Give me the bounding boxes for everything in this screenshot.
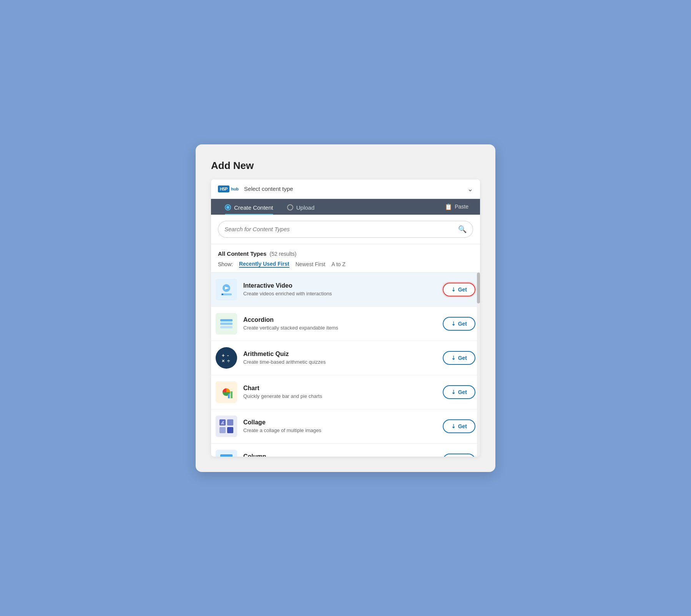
svg-rect-8 <box>220 326 233 328</box>
tab-row: Create Content Upload 📋 Paste <box>211 199 480 215</box>
list-item: Accordion Create vertically stacked expa… <box>211 307 480 341</box>
download-icon: ⇣ <box>451 286 456 293</box>
content-name: Interactive Video <box>243 282 437 289</box>
svg-rect-7 <box>220 323 233 325</box>
sort-a-to-z[interactable]: A to Z <box>331 261 346 267</box>
content-list-area: All Content Types (52 results) Show: Rec… <box>211 244 480 268</box>
content-info: Accordion Create vertically stacked expa… <box>243 316 437 331</box>
content-info: Chart Quickly generate bar and pie chart… <box>243 385 437 399</box>
svg-rect-20 <box>219 427 226 433</box>
content-name: Column <box>243 453 437 457</box>
paste-label: Paste <box>455 204 468 210</box>
content-desc: Create vertically stacked expandable ite… <box>243 325 437 331</box>
content-info: Collage Create a collage of multiple ima… <box>243 419 437 433</box>
scrollbar-thumb[interactable] <box>477 273 480 303</box>
hub-header: H5P hub Select content type ⌄ <box>211 179 480 199</box>
svg-rect-25 <box>220 454 233 457</box>
list-item: Column Organize H5P content into a colum… <box>211 444 480 457</box>
svg-rect-15 <box>228 394 230 398</box>
svg-point-4 <box>222 293 223 295</box>
hub-sub-text: hub <box>231 187 239 191</box>
tab-create-content[interactable]: Create Content <box>218 199 280 215</box>
get-button-accordion[interactable]: ⇣ Get <box>443 317 475 331</box>
sort-newest-first[interactable]: Newest First <box>296 261 326 267</box>
search-input[interactable] <box>224 226 454 232</box>
sort-recently-used[interactable]: Recently Used First <box>239 261 289 268</box>
svg-rect-19 <box>227 419 233 426</box>
svg-text:-: - <box>227 353 229 358</box>
hub-logo: H5P hub <box>218 185 239 192</box>
svg-point-23 <box>223 421 224 422</box>
list-item: Collage Create a collage of multiple ima… <box>211 409 480 444</box>
search-icon[interactable]: 🔍 <box>458 225 467 233</box>
content-desc: Quickly generate bar and pie charts <box>243 393 437 399</box>
h5p-logo-text: H5P <box>218 185 229 192</box>
paste-icon: 📋 <box>445 203 452 210</box>
radio-create-icon <box>225 204 231 210</box>
content-desc: Create time-based arithmetic quizzes <box>243 359 437 365</box>
download-icon: ⇣ <box>451 423 456 429</box>
icon-collage <box>216 416 237 437</box>
content-info: Arithmetic Quiz Create time-based arithm… <box>243 351 437 365</box>
svg-text:×: × <box>222 358 225 364</box>
download-icon: ⇣ <box>451 355 456 361</box>
tab-create-label: Create Content <box>234 204 273 211</box>
results-count: (52 results) <box>268 251 297 257</box>
content-info: Column Organize H5P content into a colum… <box>243 453 437 457</box>
svg-point-9 <box>217 349 236 367</box>
outer-card: Add New H5P hub Select content type ⌄ Cr… <box>196 144 495 472</box>
paste-button[interactable]: 📋 Paste <box>440 200 473 214</box>
tab-upload-label: Upload <box>296 204 315 211</box>
icon-interactive-video <box>216 279 237 300</box>
search-container: 🔍 <box>211 215 480 244</box>
icon-chart <box>216 381 237 403</box>
tabs-left: Create Content Upload <box>218 199 321 215</box>
content-list: Interactive Video Create videos enriched… <box>211 272 480 457</box>
list-item: + - × ÷ Arithmetic Quiz Create time-base… <box>211 341 480 375</box>
get-button-arithmetic-quiz[interactable]: ⇣ Get <box>443 351 475 365</box>
download-icon: ⇣ <box>451 389 456 395</box>
svg-rect-16 <box>231 391 233 398</box>
page-title: Add New <box>211 160 480 172</box>
svg-text:+: + <box>222 353 225 358</box>
inner-card: H5P hub Select content type ⌄ Create Con… <box>211 179 480 457</box>
svg-text:÷: ÷ <box>227 358 230 364</box>
icon-arithmetic: + - × ÷ <box>216 347 237 369</box>
content-info: Interactive Video Create videos enriched… <box>243 282 437 296</box>
svg-rect-6 <box>220 319 233 321</box>
get-button-column[interactable]: ⇣ Get <box>443 454 475 457</box>
all-content-types-heading: All Content Types (52 results) <box>218 250 473 257</box>
content-name: Collage <box>243 419 437 426</box>
list-item: Interactive Video Create videos enriched… <box>211 273 480 307</box>
download-icon: ⇣ <box>451 321 456 327</box>
select-content-type-label: Select content type <box>244 185 293 192</box>
chevron-down-icon[interactable]: ⌄ <box>467 185 473 193</box>
icon-accordion <box>216 313 237 334</box>
sort-row: Show: Recently Used First Newest First A… <box>218 261 473 268</box>
content-name: Accordion <box>243 316 437 323</box>
show-label: Show: <box>218 261 233 267</box>
scrollbar-track[interactable] <box>477 273 480 457</box>
content-name: Arithmetic Quiz <box>243 351 437 358</box>
content-desc: Create a collage of multiple images <box>243 427 437 433</box>
content-desc: Create videos enriched with interactions <box>243 291 437 296</box>
get-button-interactive-video[interactable]: ⇣ Get <box>443 283 475 296</box>
content-name: Chart <box>243 385 437 392</box>
search-box: 🔍 <box>218 221 473 238</box>
svg-rect-21 <box>227 427 233 433</box>
tab-upload[interactable]: Upload <box>280 199 322 215</box>
get-button-collage[interactable]: ⇣ Get <box>443 419 475 433</box>
list-item: Chart Quickly generate bar and pie chart… <box>211 375 480 409</box>
icon-column <box>216 450 237 457</box>
radio-upload-icon <box>287 204 293 210</box>
get-button-chart[interactable]: ⇣ Get <box>443 385 475 399</box>
